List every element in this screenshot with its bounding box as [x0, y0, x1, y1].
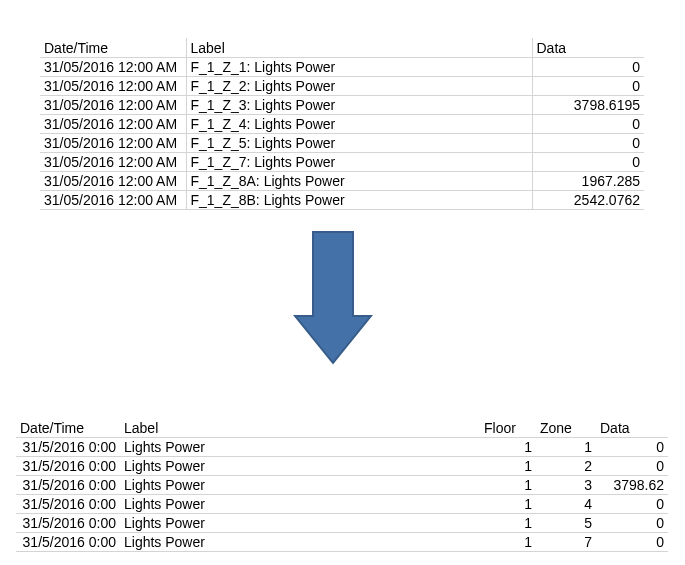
- table-row: 31/05/2016 12:00 AM F_1_Z_1: Lights Powe…: [40, 57, 644, 76]
- cell-data: 0: [532, 57, 644, 76]
- col-header-label: Label: [186, 38, 532, 57]
- cell-zone: 3: [536, 475, 596, 494]
- table-row: 31/5/2016 0:00 Lights Power 1 7 0: [16, 532, 668, 551]
- table-row: 31/05/2016 12:00 AM F_1_Z_3: Lights Powe…: [40, 95, 644, 114]
- cell-label: F_1_Z_8A: Lights Power: [186, 171, 532, 190]
- cell-floor: 1: [480, 494, 536, 513]
- cell-datetime: 31/5/2016 0:00: [16, 437, 120, 456]
- cell-data: 0: [532, 152, 644, 171]
- table-header-row: Date/Time Label Floor Zone Data: [16, 418, 668, 437]
- cell-data: 0: [596, 437, 668, 456]
- table-row: 31/5/2016 0:00 Lights Power 1 4 0: [16, 494, 668, 513]
- table-row: 31/05/2016 12:00 AM F_1_Z_8A: Lights Pow…: [40, 171, 644, 190]
- cell-datetime: 31/05/2016 12:00 AM: [40, 190, 186, 209]
- cell-label: Lights Power: [120, 456, 480, 475]
- cell-label: Lights Power: [120, 513, 480, 532]
- col-header-datetime: Date/Time: [16, 418, 120, 437]
- cell-data: 3798.6195: [532, 95, 644, 114]
- cell-label: F_1_Z_8B: Lights Power: [186, 190, 532, 209]
- arrow-path: [295, 232, 371, 363]
- cell-floor: 1: [480, 437, 536, 456]
- cell-datetime: 31/05/2016 12:00 AM: [40, 171, 186, 190]
- cell-datetime: 31/5/2016 0:00: [16, 456, 120, 475]
- cell-label: F_1_Z_7: Lights Power: [186, 152, 532, 171]
- cell-zone: 2: [536, 456, 596, 475]
- cell-data: 0: [532, 76, 644, 95]
- col-header-label: Label: [120, 418, 480, 437]
- cell-data: 0: [532, 114, 644, 133]
- table-header-row: Date/Time Label Data: [40, 38, 644, 57]
- cell-datetime: 31/5/2016 0:00: [16, 475, 120, 494]
- cell-zone: 5: [536, 513, 596, 532]
- cell-floor: 1: [480, 456, 536, 475]
- table-row: 31/05/2016 12:00 AM F_1_Z_4: Lights Powe…: [40, 114, 644, 133]
- col-header-data: Data: [532, 38, 644, 57]
- cell-label: F_1_Z_1: Lights Power: [186, 57, 532, 76]
- cell-floor: 1: [480, 513, 536, 532]
- cell-zone: 1: [536, 437, 596, 456]
- cell-data: 0: [596, 456, 668, 475]
- col-header-floor: Floor: [480, 418, 536, 437]
- cell-data: 0: [596, 494, 668, 513]
- cell-floor: 1: [480, 532, 536, 551]
- down-arrow-icon: [293, 230, 373, 365]
- cell-label: Lights Power: [120, 494, 480, 513]
- cell-data: 1967.285: [532, 171, 644, 190]
- cell-data: 2542.0762: [532, 190, 644, 209]
- cell-datetime: 31/5/2016 0:00: [16, 513, 120, 532]
- cell-floor: 1: [480, 475, 536, 494]
- table-row: 31/5/2016 0:00 Lights Power 1 3 3798.62: [16, 475, 668, 494]
- table-row: 31/05/2016 12:00 AM F_1_Z_5: Lights Powe…: [40, 133, 644, 152]
- cell-datetime: 31/05/2016 12:00 AM: [40, 114, 186, 133]
- col-header-data: Data: [596, 418, 668, 437]
- table-row: 31/05/2016 12:00 AM F_1_Z_8B: Lights Pow…: [40, 190, 644, 209]
- cell-data: 0: [596, 532, 668, 551]
- table-row: 31/5/2016 0:00 Lights Power 1 2 0: [16, 456, 668, 475]
- cell-datetime: 31/5/2016 0:00: [16, 532, 120, 551]
- table-row: 31/5/2016 0:00 Lights Power 1 1 0: [16, 437, 668, 456]
- cell-datetime: 31/05/2016 12:00 AM: [40, 57, 186, 76]
- source-table: Date/Time Label Data 31/05/2016 12:00 AM…: [40, 38, 644, 210]
- cell-datetime: 31/05/2016 12:00 AM: [40, 152, 186, 171]
- cell-zone: 4: [536, 494, 596, 513]
- cell-label: Lights Power: [120, 437, 480, 456]
- cell-data: 3798.62: [596, 475, 668, 494]
- table-row: 31/5/2016 0:00 Lights Power 1 5 0: [16, 513, 668, 532]
- cell-datetime: 31/05/2016 12:00 AM: [40, 133, 186, 152]
- cell-label: F_1_Z_3: Lights Power: [186, 95, 532, 114]
- cell-label: Lights Power: [120, 475, 480, 494]
- cell-label: F_1_Z_2: Lights Power: [186, 76, 532, 95]
- col-header-zone: Zone: [536, 418, 596, 437]
- cell-datetime: 31/05/2016 12:00 AM: [40, 95, 186, 114]
- cell-label: F_1_Z_4: Lights Power: [186, 114, 532, 133]
- cell-zone: 7: [536, 532, 596, 551]
- table-row: 31/05/2016 12:00 AM F_1_Z_7: Lights Powe…: [40, 152, 644, 171]
- cell-label: Lights Power: [120, 532, 480, 551]
- cell-data: 0: [532, 133, 644, 152]
- cell-data: 0: [596, 513, 668, 532]
- col-header-datetime: Date/Time: [40, 38, 186, 57]
- cell-label: F_1_Z_5: Lights Power: [186, 133, 532, 152]
- cell-datetime: 31/05/2016 12:00 AM: [40, 76, 186, 95]
- cell-datetime: 31/5/2016 0:00: [16, 494, 120, 513]
- result-table: Date/Time Label Floor Zone Data 31/5/201…: [16, 418, 668, 552]
- table-row: 31/05/2016 12:00 AM F_1_Z_2: Lights Powe…: [40, 76, 644, 95]
